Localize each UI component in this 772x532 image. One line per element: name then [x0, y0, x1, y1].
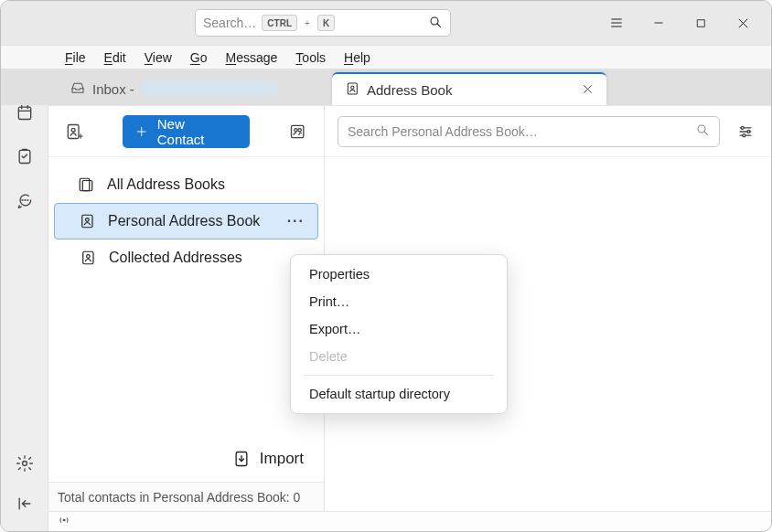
- ab-item-collected[interactable]: Collected Addresses: [48, 239, 324, 276]
- chat-rail-button[interactable]: [8, 184, 41, 217]
- tabstrip: Inbox - Address Book: [1, 69, 771, 105]
- tab-close-button[interactable]: [582, 82, 594, 98]
- app-statusbar: [48, 511, 771, 531]
- svg-point-17: [298, 128, 301, 131]
- svg-point-5: [22, 200, 23, 201]
- close-window-button[interactable]: [722, 8, 764, 37]
- addressbook-plus-icon: [65, 122, 83, 141]
- import-button[interactable]: Import: [48, 436, 324, 482]
- cm-export[interactable]: Export…: [295, 315, 503, 343]
- minimize-button[interactable]: [638, 8, 680, 37]
- menu-edit[interactable]: Edit: [97, 48, 134, 67]
- titlebar: Search… CTRL + K: [1, 1, 771, 45]
- menu-message[interactable]: Message: [219, 48, 285, 67]
- chat-icon: [16, 191, 34, 209]
- display-options-button[interactable]: [733, 119, 758, 144]
- menu-go[interactable]: Go: [183, 48, 215, 67]
- app-window: Search… CTRL + K Fi: [0, 0, 772, 532]
- svg-rect-19: [82, 181, 92, 191]
- menu-view[interactable]: View: [137, 48, 179, 67]
- new-contact-label: New Contact: [157, 116, 233, 147]
- addressbook-list-pane: New Contact All Address Books Personal A…: [48, 106, 325, 511]
- svg-rect-10: [697, 19, 704, 27]
- cm-delete: Delete: [295, 343, 503, 370]
- tab-inbox-label: Inbox -: [92, 81, 134, 97]
- collapse-rail-button[interactable]: [8, 487, 41, 520]
- status-total-contacts: Total contacts in Personal Address Book:…: [48, 482, 324, 511]
- svg-point-7: [27, 200, 27, 201]
- search-icon: [695, 122, 710, 140]
- svg-point-8: [22, 462, 27, 466]
- svg-point-27: [747, 130, 750, 133]
- sliders-icon: [736, 122, 755, 141]
- calendar-icon: [16, 103, 34, 122]
- right-toolbar: Search Personal Address Book…: [325, 106, 771, 157]
- plus-icon: [135, 125, 148, 138]
- addressbook-icon: [80, 250, 96, 266]
- ab-item-personal-label: Personal Address Book: [108, 213, 260, 229]
- cm-default-startup[interactable]: Default startup directory: [295, 380, 503, 408]
- settings-rail-button[interactable]: [8, 447, 41, 480]
- hamburger-icon: [609, 16, 624, 30]
- svg-point-23: [87, 255, 91, 259]
- inbox-tab-icon: [70, 80, 85, 98]
- menu-help[interactable]: Help: [337, 48, 378, 67]
- contact-list-icon: [289, 122, 307, 141]
- hamburger-button[interactable]: [595, 8, 638, 37]
- tab-addressbook-label: Address Book: [367, 82, 452, 98]
- svg-point-21: [86, 218, 90, 222]
- svg-point-28: [743, 133, 745, 136]
- ab-item-personal[interactable]: Personal Address Book ···: [54, 203, 318, 239]
- svg-rect-15: [292, 125, 304, 137]
- import-icon: [232, 450, 251, 468]
- cm-separator: [304, 375, 494, 376]
- addressbook-all-icon: [78, 176, 94, 193]
- tab-addressbook[interactable]: Address Book: [332, 72, 606, 105]
- new-addressbook-button[interactable]: [61, 119, 86, 144]
- svg-point-6: [25, 200, 26, 201]
- close-icon: [582, 83, 594, 95]
- kbd-ctrl: CTRL: [262, 15, 297, 31]
- search-placeholder: Search…: [203, 16, 256, 30]
- tab-inbox[interactable]: Inbox -: [58, 72, 332, 105]
- addressbook-icon: [79, 213, 95, 229]
- svg-point-26: [741, 126, 744, 129]
- maximize-icon: [695, 17, 707, 29]
- addressbook-list: All Address Books Personal Address Book …: [48, 157, 324, 276]
- close-icon: [736, 16, 750, 30]
- left-toolbar: New Contact: [48, 106, 324, 157]
- kbd-k: K: [317, 15, 335, 31]
- tasks-rail-button[interactable]: [8, 140, 41, 173]
- cm-properties[interactable]: Properties: [295, 261, 503, 288]
- ab-item-collected-label: Collected Addresses: [109, 250, 242, 266]
- new-contact-button[interactable]: New Contact: [123, 115, 250, 148]
- context-menu: Properties Print… Export… Delete Default…: [290, 254, 508, 414]
- ab-item-more-button[interactable]: ···: [287, 213, 305, 229]
- maximize-button[interactable]: [680, 8, 722, 37]
- ab-item-all[interactable]: All Address Books: [48, 166, 324, 203]
- contact-search-placeholder: Search Personal Address Book…: [348, 124, 538, 139]
- ab-item-all-label: All Address Books: [107, 176, 225, 193]
- svg-rect-3: [18, 107, 30, 119]
- minimize-icon: [652, 16, 665, 29]
- search-icon: [428, 15, 443, 32]
- contact-search-input[interactable]: Search Personal Address Book…: [338, 116, 720, 147]
- tasks-icon: [16, 147, 34, 165]
- global-search-input[interactable]: Search… CTRL + K: [195, 9, 451, 37]
- cm-print[interactable]: Print…: [295, 288, 503, 315]
- broadcast-icon: [56, 514, 72, 529]
- svg-point-12: [351, 86, 354, 89]
- kbd-plus: +: [303, 15, 312, 31]
- menu-tools[interactable]: Tools: [288, 48, 333, 67]
- svg-point-16: [295, 128, 297, 131]
- addressbook-tab-icon: [345, 81, 359, 99]
- redacted-account: [142, 81, 279, 96]
- collapse-left-icon: [16, 495, 34, 513]
- gear-icon: [16, 454, 34, 473]
- menu-file[interactable]: File: [58, 48, 93, 67]
- svg-point-14: [71, 128, 75, 132]
- svg-point-29: [63, 519, 65, 521]
- menubar: File Edit View Go Message Tools Help: [1, 45, 771, 69]
- new-list-button[interactable]: [286, 119, 311, 144]
- import-label: Import: [260, 450, 304, 468]
